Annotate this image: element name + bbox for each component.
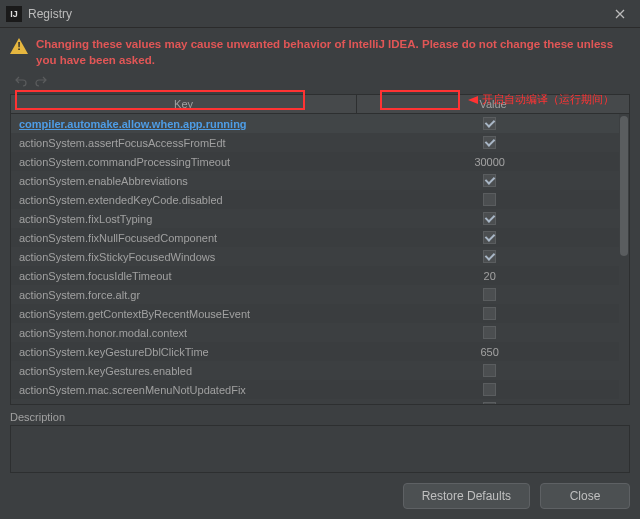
table-row[interactable]: actionSystem.mouseGesturesEnabled bbox=[11, 399, 629, 404]
restore-defaults-button[interactable]: Restore Defaults bbox=[403, 483, 530, 509]
cell-value[interactable] bbox=[356, 326, 623, 339]
cell-value[interactable] bbox=[356, 364, 623, 377]
table-row[interactable]: actionSystem.keyGestures.enabled bbox=[11, 361, 629, 380]
registry-table: Key Value compiler.automake.allow.when.a… bbox=[10, 94, 630, 405]
checkbox[interactable] bbox=[483, 136, 496, 149]
undo-icon[interactable] bbox=[14, 74, 28, 88]
cell-key: actionSystem.extendedKeyCode.disabled bbox=[17, 194, 356, 206]
checkbox[interactable] bbox=[483, 364, 496, 377]
checkbox[interactable] bbox=[483, 307, 496, 320]
warning-text: Changing these values may cause unwanted… bbox=[36, 36, 630, 68]
cell-value[interactable]: 20 bbox=[356, 270, 623, 282]
checkbox[interactable] bbox=[483, 193, 496, 206]
checkbox[interactable] bbox=[483, 212, 496, 225]
titlebar: IJ Registry bbox=[0, 0, 640, 28]
cell-key: actionSystem.fixStickyFocusedWindows bbox=[17, 251, 356, 263]
table-row[interactable]: actionSystem.honor.modal.context bbox=[11, 323, 629, 342]
numeric-value[interactable]: 20 bbox=[484, 270, 496, 282]
table-row[interactable]: actionSystem.commandProcessingTimeout300… bbox=[11, 152, 629, 171]
table-row[interactable]: actionSystem.force.alt.gr bbox=[11, 285, 629, 304]
table-row[interactable]: actionSystem.enableAbbreviations bbox=[11, 171, 629, 190]
table-body: compiler.automake.allow.when.app.running… bbox=[11, 114, 629, 404]
table-row[interactable]: actionSystem.mac.screenMenuNotUpdatedFix bbox=[11, 380, 629, 399]
checkbox[interactable] bbox=[483, 117, 496, 130]
table-row[interactable]: actionSystem.extendedKeyCode.disabled bbox=[11, 190, 629, 209]
checkbox[interactable] bbox=[483, 326, 496, 339]
checkbox[interactable] bbox=[483, 174, 496, 187]
toolbar bbox=[14, 74, 630, 88]
cell-key: actionSystem.mouseGesturesEnabled bbox=[17, 403, 356, 404]
cell-key: actionSystem.commandProcessingTimeout bbox=[17, 156, 356, 168]
checkbox[interactable] bbox=[483, 231, 496, 244]
numeric-value[interactable]: 650 bbox=[481, 346, 499, 358]
close-button[interactable]: Close bbox=[540, 483, 630, 509]
cell-key: compiler.automake.allow.when.app.running bbox=[17, 118, 356, 130]
cell-key: actionSystem.keyGestures.enabled bbox=[17, 365, 356, 377]
close-icon bbox=[615, 9, 625, 19]
column-header-value[interactable]: Value bbox=[357, 95, 629, 113]
cell-value[interactable] bbox=[356, 383, 623, 396]
window-title: Registry bbox=[28, 7, 72, 21]
checkbox[interactable] bbox=[483, 383, 496, 396]
cell-value[interactable]: 30000 bbox=[356, 156, 623, 168]
table-row[interactable]: actionSystem.focusIdleTimeout20 bbox=[11, 266, 629, 285]
cell-key: actionSystem.fixNullFocusedComponent bbox=[17, 232, 356, 244]
cell-value[interactable] bbox=[356, 174, 623, 187]
redo-icon[interactable] bbox=[34, 74, 48, 88]
warning-row: Changing these values may cause unwanted… bbox=[10, 36, 630, 68]
cell-key: actionSystem.assertFocusAccessFromEdt bbox=[17, 137, 356, 149]
table-row[interactable]: actionSystem.assertFocusAccessFromEdt bbox=[11, 133, 629, 152]
table-header: Key Value bbox=[11, 95, 629, 114]
warning-icon bbox=[10, 38, 28, 54]
cell-key: actionSystem.focusIdleTimeout bbox=[17, 270, 356, 282]
checkbox[interactable] bbox=[483, 402, 496, 404]
cell-value[interactable] bbox=[356, 212, 623, 225]
cell-value[interactable] bbox=[356, 402, 623, 404]
cell-value[interactable] bbox=[356, 231, 623, 244]
numeric-value[interactable]: 30000 bbox=[474, 156, 505, 168]
app-icon: IJ bbox=[6, 6, 22, 22]
cell-value[interactable] bbox=[356, 193, 623, 206]
cell-key: actionSystem.mac.screenMenuNotUpdatedFix bbox=[17, 384, 356, 396]
cell-value[interactable] bbox=[356, 250, 623, 263]
cell-key: actionSystem.fixLostTyping bbox=[17, 213, 356, 225]
description-label: Description bbox=[10, 411, 630, 423]
table-row[interactable]: actionSystem.fixLostTyping bbox=[11, 209, 629, 228]
checkbox[interactable] bbox=[483, 288, 496, 301]
description-box bbox=[10, 425, 630, 473]
checkbox[interactable] bbox=[483, 250, 496, 263]
cell-value[interactable] bbox=[356, 307, 623, 320]
cell-key: actionSystem.honor.modal.context bbox=[17, 327, 356, 339]
cell-key: actionSystem.keyGestureDblClickTime bbox=[17, 346, 356, 358]
table-row[interactable]: actionSystem.keyGestureDblClickTime650 bbox=[11, 342, 629, 361]
button-row: Restore Defaults Close bbox=[10, 483, 630, 509]
window-close-button[interactable] bbox=[606, 3, 634, 25]
cell-value[interactable] bbox=[356, 136, 623, 149]
cell-value[interactable] bbox=[356, 288, 623, 301]
titlebar-left: IJ Registry bbox=[6, 6, 72, 22]
cell-value[interactable] bbox=[356, 117, 623, 130]
cell-key: actionSystem.force.alt.gr bbox=[17, 289, 356, 301]
table-row[interactable]: actionSystem.fixNullFocusedComponent bbox=[11, 228, 629, 247]
cell-value[interactable]: 650 bbox=[356, 346, 623, 358]
column-header-key[interactable]: Key bbox=[11, 95, 357, 113]
table-row[interactable]: compiler.automake.allow.when.app.running bbox=[11, 114, 629, 133]
cell-key: actionSystem.getContextByRecentMouseEven… bbox=[17, 308, 356, 320]
table-row[interactable]: actionSystem.fixStickyFocusedWindows bbox=[11, 247, 629, 266]
dialog-content: Changing these values may cause unwanted… bbox=[0, 28, 640, 519]
cell-key: actionSystem.enableAbbreviations bbox=[17, 175, 356, 187]
table-row[interactable]: actionSystem.getContextByRecentMouseEven… bbox=[11, 304, 629, 323]
